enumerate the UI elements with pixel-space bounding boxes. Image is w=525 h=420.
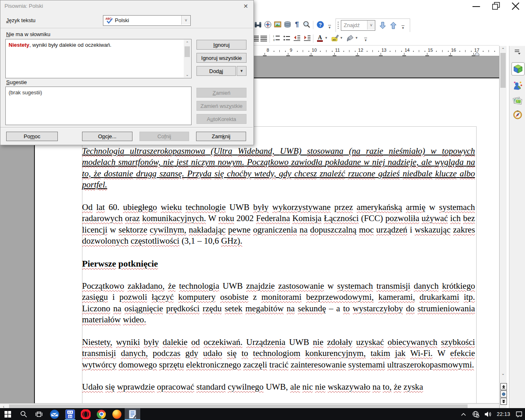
taskbar-app-chrome[interactable] (94, 408, 109, 420)
gallery-button[interactable] (273, 20, 283, 30)
help-button[interactable]: Pomoc (6, 132, 58, 141)
taskbar-app-thunderbird[interactable] (47, 408, 62, 420)
taskbar-app-total-commander[interactable]: 64 (62, 408, 78, 420)
volume-button[interactable] (482, 408, 494, 420)
spell-error-word: dopuszczalną (310, 225, 356, 235)
spell-error-word: choćby (227, 169, 251, 178)
sidebar-gallery-button[interactable] (511, 94, 524, 107)
font-color-button[interactable]: A (315, 33, 325, 43)
bullet-list-icon (283, 34, 291, 42)
task-view-button[interactable] (31, 408, 47, 420)
document-paragraph[interactable]: Technologia ultraszerokopasmowa (Ultra W… (82, 146, 475, 191)
taskbar-search-button[interactable] (16, 408, 31, 420)
previous-page-button[interactable] (500, 383, 507, 390)
taskbar-app-firefox[interactable] (109, 408, 125, 420)
document-paragraph[interactable]: Pierwsze potknięcie (82, 258, 475, 269)
spell-error-word: się (227, 348, 237, 358)
toolbar-separator (269, 34, 270, 43)
document-text[interactable]: Technologia ultraszerokopasmowa (Ultra W… (82, 146, 475, 403)
toolbar-overflow-button[interactable]: ▾ (364, 38, 367, 42)
background-color-button[interactable] (345, 33, 355, 43)
toolbar-overflow-button[interactable]: ▾ (402, 25, 404, 30)
sidebar-settings-button[interactable] (511, 48, 524, 56)
spell-error-word: bez (463, 213, 475, 223)
find-replace-button[interactable] (253, 20, 263, 30)
numbered-list-button[interactable]: III (272, 33, 281, 43)
dialog-close-button[interactable]: ✕ (241, 2, 250, 10)
spell-error-word: danych (414, 281, 439, 291)
find-previous-button[interactable] (388, 21, 398, 30)
minimize-button[interactable] (467, 0, 486, 12)
scrollbar-thumb[interactable] (185, 46, 190, 57)
add-button[interactable]: Dodaj (196, 66, 236, 76)
replace-button: Zamień (196, 88, 247, 98)
sidebar-navigator-button[interactable]: N (511, 108, 524, 121)
increase-indent-button[interactable] (302, 33, 312, 43)
chevron-down-icon[interactable]: ˅ (367, 21, 375, 30)
scroll-up-icon[interactable]: ⌃ (184, 40, 191, 46)
not-in-dictionary-textbox[interactable]: Niestety, wyniki były dalekie od oczekiw… (5, 39, 192, 78)
close-dialog-button[interactable]: Zamknij (196, 132, 246, 141)
sidebar-styles-button[interactable] (511, 80, 524, 92)
scroll-down-icon[interactable]: ⌄ (500, 370, 507, 377)
document-paragraph[interactable]: Od lat 60. ubiegłego wieku technologie U… (82, 202, 475, 247)
ignore-button[interactable]: Ignoruj (196, 40, 247, 50)
no-suggestions-text: (brak sugestii) (9, 89, 182, 96)
opera-icon (81, 409, 91, 419)
tray-expand-button[interactable] (457, 408, 470, 420)
vertical-scrollbar-thumb[interactable] (500, 53, 506, 88)
chevron-down-icon[interactable]: ˅ (181, 16, 190, 25)
zoom-button[interactable] (302, 20, 312, 30)
spell-error-word: to, (82, 169, 91, 178)
sidebar-properties-button[interactable] (511, 62, 525, 75)
highlighting-dropdown[interactable]: ▾ (340, 36, 342, 39)
add-dropdown-button[interactable]: ▼ (237, 66, 247, 76)
data-sources-button[interactable] (283, 20, 292, 30)
textbox-scrollbar[interactable]: ⌃ ⌄ (184, 40, 191, 78)
language-select[interactable]: ABC Polski ˅ (103, 15, 191, 26)
ignore-all-button[interactable]: Ignoruj wszystkie (196, 53, 247, 63)
network-status-button[interactable] (470, 408, 482, 420)
toolbar-handle[interactable] (338, 22, 339, 29)
spell-error-word: gdzieś (378, 169, 400, 178)
close-button[interactable] (506, 0, 525, 12)
spell-error-word: drukarkami (420, 292, 459, 302)
taskbar-app-writer[interactable] (125, 408, 140, 420)
suggestions-listbox[interactable]: (brak sugestii) (5, 87, 192, 125)
start-button[interactable] (0, 408, 16, 420)
scroll-down-icon[interactable]: ⌄ (184, 71, 191, 78)
justify-button[interactable] (259, 33, 269, 43)
spell-error-word: radarowych (82, 213, 123, 223)
restore-button[interactable] (487, 0, 506, 12)
scroll-up-icon[interactable]: ⌃ (500, 46, 507, 52)
spell-error-word: kamerami, (378, 292, 415, 302)
vertical-scrollbar[interactable]: ⌃ ⌄ (499, 46, 507, 409)
spell-error-word: pozwoliła (385, 213, 419, 223)
document-paragraph[interactable]: Początkowo zakładano, że technologia UWB… (82, 281, 475, 326)
navigation-dot-button[interactable] (500, 390, 507, 397)
find-input[interactable]: Znajdź ˅ (341, 20, 375, 31)
options-button[interactable]: Opcje... (82, 132, 132, 141)
spell-error-word: znajdzie (246, 281, 275, 291)
spell-error-word: na (113, 304, 121, 313)
toolbar-overflow-button[interactable]: ▾ (328, 25, 331, 29)
highlighting-color-button[interactable]: ab (330, 33, 340, 43)
background-color-dropdown[interactable]: ▾ (356, 36, 358, 39)
spell-error-word: szansę. (160, 169, 184, 178)
group-divider (0, 28, 253, 28)
find-next-button[interactable] (378, 21, 388, 30)
spell-error-word: Udało (82, 382, 103, 392)
help-button[interactable]: ? (315, 20, 325, 30)
document-paragraph[interactable]: Udało się wprawdzie opracować standard c… (82, 381, 475, 393)
document-paragraph[interactable]: Niestety, wyniki były dalekie od oczekiw… (82, 337, 475, 370)
decrease-indent-button[interactable] (292, 33, 302, 43)
formatting-marks-button[interactable]: ¶ (292, 20, 302, 30)
bullet-list-button[interactable] (282, 33, 292, 43)
next-page-button[interactable] (500, 398, 507, 405)
action-center-button[interactable] (513, 408, 525, 420)
ruler-tick (332, 51, 333, 52)
navigator-button[interactable] (263, 20, 273, 30)
taskbar-clock[interactable]: 22:13 (494, 411, 513, 417)
font-color-dropdown[interactable]: ▾ (325, 36, 327, 39)
taskbar-app-opera[interactable] (78, 408, 94, 420)
